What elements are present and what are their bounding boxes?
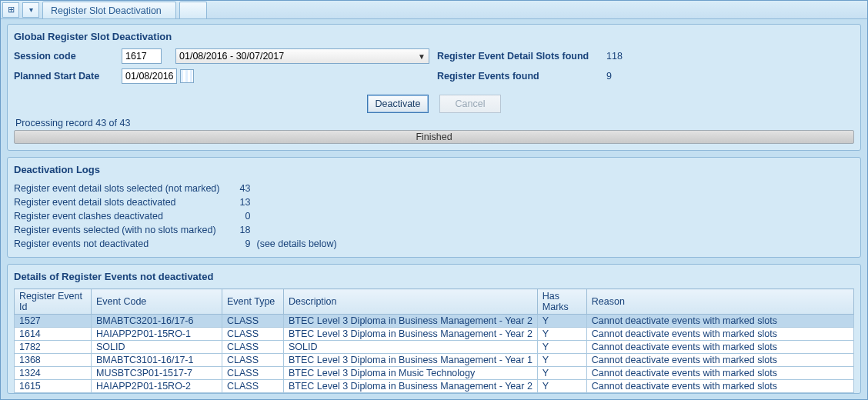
logs-table: Register event detail slots selected (no… xyxy=(14,182,343,251)
cell-id: 1324 xyxy=(15,367,92,380)
cell-reason: Cannot deactivate events with marked slo… xyxy=(586,354,853,367)
app-window: Register Slot Deactivation Global Regist… xyxy=(0,0,868,400)
window-list-button[interactable] xyxy=(2,2,19,18)
cell-marks: Y xyxy=(537,367,586,380)
log-row: Register event detail slots deactivated1… xyxy=(14,195,343,209)
col-header-reason[interactable]: Reason xyxy=(586,289,853,315)
processing-status: Processing record 43 of 43 xyxy=(15,118,854,128)
log-label: Register events not deactivated xyxy=(14,237,226,251)
log-row: Register event detail slots selected (no… xyxy=(14,182,343,195)
table-row[interactable]: 1782SOLIDCLASSSOLIDYCannot deactivate ev… xyxy=(15,341,854,354)
table-row[interactable]: 1614HAIAPP2P01-15RO-1CLASSBTEC Level 3 D… xyxy=(15,328,854,341)
tab-empty[interactable] xyxy=(179,2,207,18)
cell-marks: Y xyxy=(537,341,586,354)
cell-id: 1368 xyxy=(15,354,92,367)
panel-title: Details of Register Events not deactivat… xyxy=(14,271,854,282)
cell-marks: Y xyxy=(537,380,586,393)
details-grid[interactable]: Register Event Id Event Code Event Type … xyxy=(14,288,854,393)
cell-type: CLASS xyxy=(222,354,284,367)
cell-reason: Cannot deactivate events with marked slo… xyxy=(586,380,853,393)
log-value: 9 xyxy=(226,237,257,251)
tab-register-slot-deactivation[interactable]: Register Slot Deactivation xyxy=(42,2,176,18)
cell-reason: Cannot deactivate events with marked slo… xyxy=(586,341,853,354)
cell-id: 1614 xyxy=(15,328,92,341)
log-label: Register event clashes deactivated xyxy=(14,209,226,223)
cell-reason: Cannot deactivate events with marked slo… xyxy=(586,367,853,380)
panel-title: Global Register Slot Deactivation xyxy=(14,31,854,42)
cell-reason: Cannot deactivate events with marked slo… xyxy=(586,315,853,328)
value-events-found: 9 xyxy=(606,71,653,82)
col-header-code[interactable]: Event Code xyxy=(92,289,222,315)
cell-desc: SOLID xyxy=(284,341,538,354)
session-range-value: 01/08/2016 - 30/07/2017 xyxy=(179,51,284,62)
cell-marks: Y xyxy=(537,315,586,328)
deactivate-button[interactable]: Deactivate xyxy=(367,95,429,113)
cell-desc: BTEC Level 3 Diploma in Business Managem… xyxy=(284,380,538,393)
table-row[interactable]: 1368BMABTC3101-16/17-1CLASSBTEC Level 3 … xyxy=(15,354,854,367)
log-note: (see details below) xyxy=(257,237,343,251)
cell-desc: BTEC Level 3 Diploma in Music Technology xyxy=(284,367,538,380)
cell-code: BMABTC3201-16/17-6 xyxy=(92,315,222,328)
calendar-icon[interactable] xyxy=(180,69,194,83)
planned-start-input[interactable] xyxy=(122,68,177,84)
label-planned-start: Planned Start Date xyxy=(14,71,122,82)
progress-text: Finished xyxy=(416,132,452,142)
cell-code: BMABTC3101-16/17-1 xyxy=(92,354,222,367)
tabstrip: Register Slot Deactivation xyxy=(1,1,867,19)
cell-type: CLASS xyxy=(222,367,284,380)
panel-title: Deactivation Logs xyxy=(14,164,854,175)
col-header-id[interactable]: Register Event Id xyxy=(15,289,92,315)
panel-deactivation-logs: Deactivation Logs Register event detail … xyxy=(7,157,861,258)
form-grid: Session code 01/08/2016 - 30/07/2017 ▼ R… xyxy=(14,48,854,84)
session-code-input[interactable] xyxy=(122,48,162,64)
log-value: 0 xyxy=(226,209,257,223)
col-header-desc[interactable]: Description xyxy=(284,289,538,315)
table-row[interactable]: 1324MUSBTC3P01-1517-7CLASSBTEC Level 3 D… xyxy=(15,367,854,380)
cell-id: 1615 xyxy=(15,380,92,393)
cell-id: 1527 xyxy=(15,315,92,328)
log-note xyxy=(257,182,343,195)
log-row: Register events not deactivated9(see det… xyxy=(14,237,343,251)
cell-desc: BTEC Level 3 Diploma in Business Managem… xyxy=(284,315,538,328)
log-label: Register events selected (with no slots … xyxy=(14,223,226,237)
session-range-combo[interactable]: 01/08/2016 - 30/07/2017 ▼ xyxy=(175,48,429,64)
log-label: Register event detail slots selected (no… xyxy=(14,182,226,195)
cell-id: 1782 xyxy=(15,341,92,354)
log-note xyxy=(257,223,343,237)
cell-code: SOLID xyxy=(92,341,222,354)
progress-bar: Finished xyxy=(14,130,854,144)
log-value: 13 xyxy=(226,195,257,209)
cell-marks: Y xyxy=(537,354,586,367)
col-header-marks[interactable]: Has Marks xyxy=(537,289,586,315)
cell-code: HAIAPP2P01-15RO-1 xyxy=(92,328,222,341)
panel-deactivation-form: Global Register Slot Deactivation Sessio… xyxy=(7,24,861,151)
label-session-code: Session code xyxy=(14,51,122,62)
cell-code: HAIAPP2P01-15RO-2 xyxy=(92,380,222,393)
log-row: Register event clashes deactivated0 xyxy=(14,209,343,223)
panel-details: Details of Register Events not deactivat… xyxy=(7,264,861,394)
label-slots-found: Register Event Detail Slots found xyxy=(437,51,606,62)
grid-header-row: Register Event Id Event Code Event Type … xyxy=(15,289,854,315)
cell-type: CLASS xyxy=(222,341,284,354)
table-row[interactable]: 1615HAIAPP2P01-15RO-2CLASSBTEC Level 3 D… xyxy=(15,380,854,393)
col-header-type[interactable]: Event Type xyxy=(222,289,284,315)
log-value: 18 xyxy=(226,223,257,237)
label-events-found: Register Events found xyxy=(437,71,606,82)
button-row: Deactivate Cancel xyxy=(14,95,854,113)
log-note xyxy=(257,209,343,223)
log-row: Register events selected (with no slots … xyxy=(14,223,343,237)
cell-type: CLASS xyxy=(222,315,284,328)
content-area: Global Register Slot Deactivation Sessio… xyxy=(1,19,867,400)
cell-code: MUSBTC3P01-1517-7 xyxy=(92,367,222,380)
log-label: Register event detail slots deactivated xyxy=(14,195,226,209)
table-row[interactable]: 1527BMABTC3201-16/17-6CLASSBTEC Level 3 … xyxy=(15,315,854,328)
cancel-button: Cancel xyxy=(439,95,501,113)
window-list-dropdown[interactable] xyxy=(22,2,39,18)
cell-type: CLASS xyxy=(222,380,284,393)
cell-reason: Cannot deactivate events with marked slo… xyxy=(586,328,853,341)
tab-label: Register Slot Deactivation xyxy=(51,5,162,16)
chevron-down-icon: ▼ xyxy=(418,52,426,61)
value-slots-found: 118 xyxy=(606,51,653,62)
log-value: 43 xyxy=(226,182,257,195)
cell-marks: Y xyxy=(537,328,586,341)
